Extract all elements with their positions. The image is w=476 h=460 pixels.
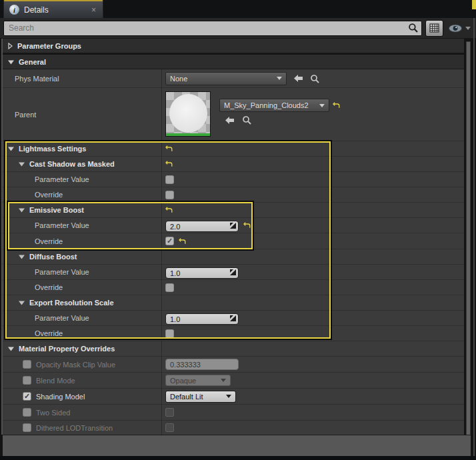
row-lightmass-settings[interactable]: Lightmass Settings (3, 141, 464, 157)
dropdown-value: None (170, 75, 187, 83)
row-cast-shadow-as-masked[interactable]: Cast Shadow as Masked (3, 157, 464, 172)
row-dithered-lod-transition: Dithered LODTransition (3, 421, 464, 435)
panel-right-edge (473, 18, 475, 456)
emissive-value-input[interactable] (165, 221, 239, 232)
browse-icon[interactable] (242, 115, 251, 125)
panel-bottom-edge (0, 456, 476, 460)
property-label: Opacity Mask Clip Value (36, 361, 115, 369)
vertical-scrollbar[interactable] (466, 41, 471, 456)
tab-details[interactable]: i Details × (3, 0, 103, 18)
override-checkbox[interactable] (165, 329, 174, 338)
row-two-sided: Two Sided (3, 405, 464, 421)
chevron-down-icon (277, 77, 282, 80)
expander-expanded-icon (8, 146, 14, 151)
eye-icon (448, 24, 463, 33)
category-title: Material Property Overrides (19, 345, 115, 353)
browse-icon[interactable] (310, 74, 319, 83)
property-label: Phys Material (15, 75, 59, 83)
property-label: Parameter Value (35, 268, 89, 276)
panel-left-edge (1, 39, 3, 435)
row-emissive-override: Override (3, 233, 464, 249)
row-material-property-overrides[interactable]: Material Property Overrides (3, 341, 464, 357)
reset-to-default-icon[interactable] (243, 222, 251, 229)
row-export-parameter-value: Parameter Value (3, 311, 464, 326)
value-slider-icon[interactable] (230, 315, 236, 321)
enable-override-checkbox[interactable] (23, 360, 31, 369)
use-selected-icon[interactable] (225, 116, 235, 125)
dropdown-value: M_Sky_Panning_Clouds2 (224, 101, 309, 109)
row-export-resolution-scale[interactable]: Export Resolution Scale (3, 295, 464, 311)
parameter-value-checkbox[interactable] (165, 175, 174, 184)
enable-override-checkbox[interactable] (23, 392, 31, 401)
category-title: Lightmass Settings (19, 145, 86, 153)
row-shading-model: Shading Model Default Lit (3, 389, 464, 405)
reset-to-default-icon[interactable] (165, 145, 173, 152)
info-icon: i (9, 5, 19, 15)
opacity-mask-clip-input (165, 359, 239, 370)
row-cast-shadow-override: Override (3, 187, 464, 203)
chevron-down-icon (319, 104, 325, 107)
property-label: Override (35, 191, 63, 199)
property-label: Parent (15, 111, 36, 119)
expander-expanded-icon (19, 207, 25, 213)
category-title: Parameter Groups (17, 42, 81, 50)
property-label: Override (35, 329, 63, 337)
row-export-override: Override (3, 326, 464, 341)
property-label: Override (35, 283, 63, 291)
empty-area (3, 435, 471, 456)
row-diffuse-override: Override (3, 280, 464, 295)
property-label: Two Sided (36, 409, 70, 417)
category-title: General (19, 58, 46, 66)
enable-override-checkbox[interactable] (23, 423, 31, 432)
shading-model-dropdown[interactable]: Default Lit (165, 391, 236, 403)
row-emissive-boost[interactable]: Emissive Boost (3, 203, 464, 218)
material-sphere-preview (169, 94, 207, 133)
details-toolbar (0, 18, 476, 39)
grid-icon (429, 23, 439, 33)
expander-collapsed-icon (8, 43, 13, 49)
subcategory-title: Cast Shadow as Masked (29, 160, 115, 168)
enable-override-checkbox[interactable] (23, 376, 31, 385)
dropdown-value: Default Lit (170, 393, 203, 401)
category-general[interactable]: General (3, 55, 464, 69)
category-parameter-groups[interactable]: Parameter Groups (3, 39, 464, 53)
row-cast-shadow-parameter-value: Parameter Value (3, 172, 464, 187)
diffuse-value-input[interactable] (165, 267, 239, 279)
blend-mode-dropdown: Opaque (165, 375, 231, 386)
close-icon[interactable]: × (90, 5, 97, 15)
phys-material-dropdown[interactable]: None (165, 72, 287, 85)
use-selected-icon[interactable] (294, 74, 303, 83)
row-diffuse-boost[interactable]: Diffuse Boost (3, 249, 464, 265)
reset-to-default-icon[interactable] (165, 161, 173, 167)
value-slider-icon[interactable] (230, 269, 236, 275)
export-value-input[interactable] (165, 313, 239, 325)
view-options-button[interactable] (447, 24, 472, 33)
override-checkbox[interactable] (165, 283, 174, 292)
reset-to-default-icon[interactable] (165, 207, 173, 213)
search-input[interactable] (3, 21, 422, 36)
tab-title: Details (24, 5, 85, 15)
property-label: Parameter Value (35, 221, 89, 229)
row-phys-material: Phys Material None (3, 69, 464, 88)
expander-expanded-icon (19, 254, 25, 259)
enable-override-checkbox[interactable] (23, 408, 31, 417)
chevron-down-icon (226, 395, 231, 398)
reset-to-default-icon[interactable] (333, 102, 340, 109)
parent-dropdown[interactable]: M_Sky_Panning_Clouds2 (219, 99, 329, 112)
property-label: Parameter Value (35, 314, 89, 322)
property-label: Shading Model (36, 393, 85, 401)
override-checkbox[interactable] (165, 191, 174, 199)
value-slider-icon[interactable] (230, 223, 236, 229)
property-matrix-button[interactable] (425, 20, 443, 37)
row-opacity-mask-clip-value: Opacity Mask Clip Value (3, 357, 464, 373)
override-checkbox[interactable] (165, 237, 174, 245)
property-label: Blend Mode (36, 377, 75, 385)
subcategory-title: Export Resolution Scale (29, 299, 114, 307)
dithered-lod-checkbox (165, 423, 174, 432)
dropdown-value: Opaque (170, 377, 196, 385)
two-sided-checkbox (165, 408, 174, 417)
parent-material-thumbnail[interactable] (165, 91, 211, 137)
expander-expanded-icon (19, 161, 25, 167)
reset-to-default-icon[interactable] (179, 238, 186, 245)
property-label: Override (35, 237, 63, 245)
